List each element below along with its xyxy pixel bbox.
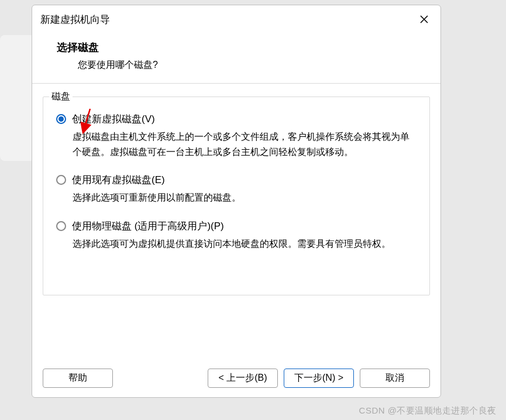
option-create-new-disk: 创建新虚拟磁盘(V) 虚拟磁盘由主机文件系统上的一个或多个文件组成，客户机操作系… bbox=[56, 112, 416, 159]
disk-radio-group: 创建新虚拟磁盘(V) 虚拟磁盘由主机文件系统上的一个或多个文件组成，客户机操作系… bbox=[56, 112, 416, 251]
radio-line[interactable]: 使用现有虚拟磁盘(E) bbox=[56, 173, 416, 187]
title-bar: 新建虚拟机向导 bbox=[32, 5, 440, 31]
button-bar: 帮助 < 上一步(B) 下一步(N) > 取消 bbox=[32, 362, 440, 397]
header-title: 选择磁盘 bbox=[57, 40, 423, 54]
radio-line[interactable]: 创建新虚拟磁盘(V) bbox=[56, 112, 416, 126]
radio-input-physical[interactable] bbox=[56, 221, 66, 231]
watermark-text: CSDN @不要温顺地走进那个良夜 bbox=[359, 405, 497, 416]
background-panel bbox=[0, 35, 35, 161]
content-area: 磁盘 bbox=[32, 84, 440, 362]
cancel-button[interactable]: 取消 bbox=[360, 369, 430, 388]
radio-line[interactable]: 使用物理磁盘 (适用于高级用户)(P) bbox=[56, 219, 416, 233]
radio-input-existing[interactable] bbox=[56, 175, 66, 185]
option-use-physical-disk: 使用物理磁盘 (适用于高级用户)(P) 选择此选项可为虚拟机提供直接访问本地硬盘… bbox=[56, 219, 416, 252]
disk-fieldset: 磁盘 bbox=[43, 97, 430, 295]
help-button[interactable]: 帮助 bbox=[43, 369, 113, 388]
close-button[interactable] bbox=[416, 11, 432, 27]
header-subtitle: 您要使用哪个磁盘? bbox=[78, 59, 423, 71]
new-vm-wizard-dialog: 新建虚拟机向导 选择磁盘 您要使用哪个磁盘? 磁盘 bbox=[32, 5, 441, 398]
option-use-existing-disk: 使用现有虚拟磁盘(E) 选择此选项可重新使用以前配置的磁盘。 bbox=[56, 173, 416, 205]
radio-label[interactable]: 使用现有虚拟磁盘(E) bbox=[72, 173, 165, 187]
radio-input-create-new[interactable] bbox=[56, 114, 66, 124]
fieldset-legend: 磁盘 bbox=[49, 91, 73, 103]
radio-description: 选择此选项可为虚拟机提供直接访问本地硬盘的权限。需要具有管理员特权。 bbox=[73, 236, 416, 252]
next-button[interactable]: 下一步(N) > bbox=[284, 369, 354, 388]
radio-description: 虚拟磁盘由主机文件系统上的一个或多个文件组成，客户机操作系统会将其视为单个硬盘。… bbox=[73, 129, 416, 159]
radio-label[interactable]: 创建新虚拟磁盘(V) bbox=[72, 112, 155, 126]
radio-description: 选择此选项可重新使用以前配置的磁盘。 bbox=[73, 190, 416, 205]
back-button[interactable]: < 上一步(B) bbox=[208, 369, 278, 388]
dialog-title: 新建虚拟机向导 bbox=[40, 13, 110, 26]
close-icon bbox=[419, 15, 429, 24]
radio-label[interactable]: 使用物理磁盘 (适用于高级用户)(P) bbox=[72, 219, 224, 233]
header-section: 选择磁盘 您要使用哪个磁盘? bbox=[32, 31, 440, 84]
